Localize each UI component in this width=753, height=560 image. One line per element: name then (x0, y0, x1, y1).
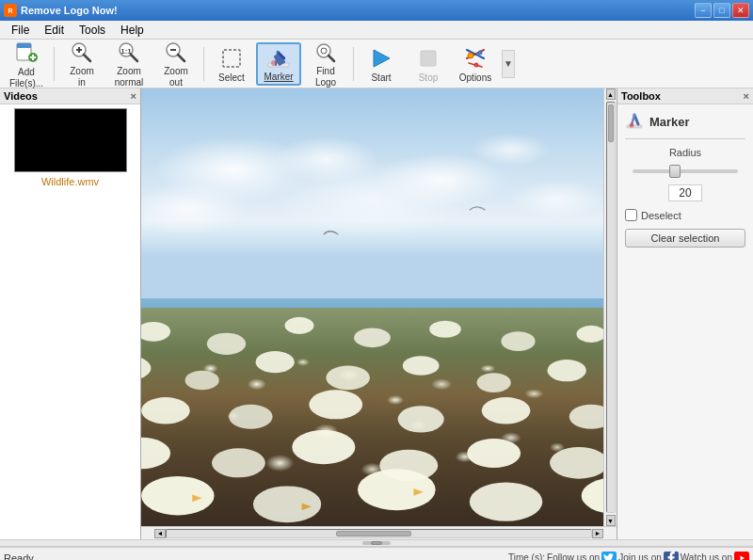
app-title: Remove Logo Now! (21, 5, 118, 16)
zoom-normal-label: Zoom (117, 67, 141, 76)
clear-selection-button[interactable]: Clear selection (625, 229, 745, 248)
zoom-in-button[interactable]: Zoom in (59, 42, 104, 86)
facebook-icon[interactable] (664, 552, 679, 561)
svg-line-16 (178, 55, 184, 61)
select-button[interactable]: Select (209, 42, 254, 86)
wildlife-scene (141, 88, 603, 526)
zoom-out-button[interactable]: Zoom out (153, 42, 199, 86)
zoom-normal-label2: normal (115, 78, 144, 88)
add-file-icon (13, 40, 40, 66)
svg-text:R: R (8, 8, 12, 14)
video-panel-close[interactable]: × (131, 90, 136, 102)
menu-tools[interactable]: Tools (72, 22, 113, 39)
zoom-out-label: Zoom (164, 67, 188, 76)
zoom-in-icon (69, 40, 95, 65)
toolbar: Add File(s)... Zoom in 1:1 Zoom normal (0, 40, 753, 88)
video-list: Wildlife.wmv (0, 104, 140, 191)
video-filename[interactable]: Wildlife.wmv (41, 176, 99, 187)
toolbar-overflow-button[interactable]: ▼ (502, 50, 515, 78)
find-logo-icon (312, 40, 339, 65)
toolbox-title: Toolbox (621, 90, 661, 102)
svg-rect-69 (627, 125, 642, 128)
preview-wrapper: ▲ ▼ (141, 88, 617, 526)
zoom-out-icon (163, 40, 189, 65)
options-icon (462, 45, 489, 72)
zoom-normal-button[interactable]: 1:1 Zoom normal (106, 42, 152, 86)
tool-name-label: Marker (649, 115, 690, 129)
menu-bar: File Edit Tools Help (0, 21, 753, 40)
v-scrollbar-track (606, 102, 616, 513)
radius-slider-container (625, 166, 745, 177)
svg-line-13 (131, 55, 137, 61)
add-files-label2: File(s)... (9, 79, 43, 88)
svg-rect-17 (223, 50, 240, 67)
start-icon (368, 45, 394, 72)
youtube-icon[interactable] (734, 552, 749, 561)
v-scroll-up[interactable]: ▲ (606, 88, 616, 100)
menu-file[interactable]: File (4, 22, 37, 39)
preview-area: ▲ ▼ ◄ ► (141, 88, 617, 539)
minimize-button[interactable]: − (695, 3, 712, 18)
marker-button[interactable]: Marker (256, 42, 301, 86)
birds-layer (141, 211, 603, 526)
close-button[interactable]: ✕ (732, 3, 749, 18)
find-logo-label: Find (316, 67, 334, 76)
toolbox-close[interactable]: × (744, 90, 749, 102)
zoom-out-label2: out (169, 78, 183, 88)
separator-1 (54, 47, 55, 81)
radius-value-input[interactable] (668, 184, 702, 201)
zoom-in-label2: in (78, 78, 86, 88)
app-icon: R (4, 4, 17, 17)
h-scrollbar-track (166, 529, 592, 538)
v-scrollbar[interactable]: ▲ ▼ (603, 88, 617, 526)
toolbox-header: Toolbox × (617, 88, 753, 104)
toolbox-panel: Toolbox × Marker Radius (617, 88, 753, 539)
svg-rect-27 (421, 51, 436, 66)
video-panel: Videos × Wildlife.wmv (0, 88, 141, 539)
options-label: Options (459, 73, 491, 83)
svg-rect-3 (17, 43, 31, 48)
start-button[interactable]: Start (359, 42, 404, 86)
title-bar: R Remove Logo Now! − □ ✕ (0, 0, 753, 21)
main-splitter[interactable] (0, 539, 753, 547)
menu-help[interactable]: Help (113, 22, 152, 39)
h-scrollbar: ◄ ► (141, 526, 617, 539)
h-scroll-right[interactable]: ► (592, 529, 603, 538)
zoom-normal-icon: 1:1 (116, 40, 142, 65)
add-files-button[interactable]: Add File(s)... (4, 42, 49, 86)
divider-1 (625, 138, 745, 139)
svg-line-10 (84, 55, 90, 61)
menu-edit[interactable]: Edit (37, 22, 72, 39)
stop-label: Stop (419, 73, 439, 83)
join-us-text: Join us on (618, 552, 662, 560)
video-thumbnail[interactable] (14, 108, 127, 172)
separator-2 (203, 47, 204, 81)
marker-icon (265, 46, 292, 71)
zoom-in-label: Zoom (70, 67, 94, 76)
svg-marker-26 (374, 50, 390, 67)
title-controls: − □ ✕ (695, 3, 749, 18)
toolbox-marker-icon (625, 112, 644, 131)
radius-label: Radius (625, 147, 745, 158)
v-scrollbar-thumb[interactable] (608, 104, 614, 142)
options-button[interactable]: Options (453, 42, 498, 86)
h-scroll-left[interactable]: ◄ (154, 529, 166, 538)
v-scroll-down[interactable]: ▼ (606, 515, 616, 526)
svg-point-33 (474, 63, 478, 67)
splitter-thumb[interactable] (371, 541, 382, 545)
radius-slider-thumb[interactable] (669, 165, 681, 178)
select-icon (218, 45, 245, 72)
status-right: Time (s): Follow us on Join us on Watch … (508, 552, 749, 561)
twitter-icon[interactable] (601, 552, 617, 561)
preview-scroll-area[interactable] (141, 88, 603, 526)
select-label: Select (218, 73, 245, 83)
find-logo-label2: Logo (315, 78, 336, 88)
stop-button[interactable]: Stop (406, 42, 451, 86)
svg-point-72 (630, 123, 634, 128)
deselect-checkbox[interactable] (625, 209, 637, 221)
maximize-button[interactable]: □ (713, 3, 730, 18)
find-logo-button[interactable]: Find Logo (303, 42, 348, 86)
radius-slider-track (633, 169, 738, 173)
splitter-thumb-area (362, 541, 391, 545)
h-scrollbar-thumb[interactable] (336, 531, 411, 536)
